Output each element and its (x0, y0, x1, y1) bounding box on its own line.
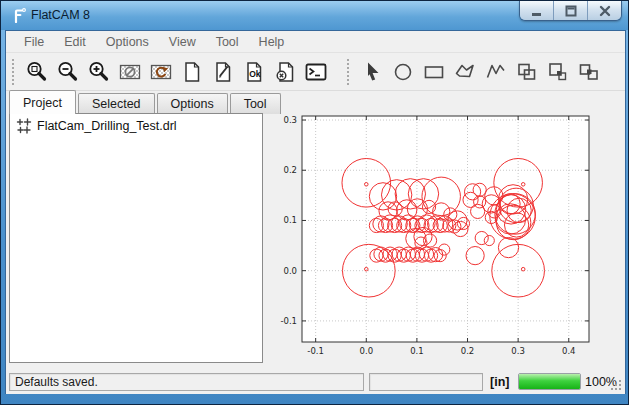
drill-object-icon (16, 118, 32, 134)
copy-geometry-icon (577, 60, 601, 84)
svg-text:0.2: 0.2 (461, 346, 475, 356)
titlebar[interactable]: FlatCAM 8 (1, 1, 628, 30)
svg-text:0.4: 0.4 (562, 346, 576, 356)
menu-options[interactable]: Options (96, 32, 159, 52)
tabbar: Project Selected Options Tool (9, 91, 283, 114)
replot-button[interactable] (145, 56, 176, 88)
svg-text:0.1: 0.1 (410, 346, 424, 356)
project-tree[interactable]: FlatCam_Drilling_Test.drl (9, 113, 263, 363)
replot-icon (149, 60, 173, 84)
zoom-fit-icon (25, 60, 49, 84)
menu-view[interactable]: View (159, 32, 206, 52)
edit-file-icon (211, 60, 235, 84)
svg-text:0.3: 0.3 (283, 115, 297, 125)
menu-edit[interactable]: Edit (54, 32, 96, 52)
path-tool-icon (484, 60, 508, 84)
copy-geometry-button[interactable] (573, 56, 604, 88)
union-tool-icon (515, 60, 539, 84)
tab-project[interactable]: Project (9, 90, 76, 114)
draw-circle-button[interactable] (387, 56, 418, 88)
zoom-in-icon (87, 60, 111, 84)
polygon-tool-icon (453, 60, 477, 84)
svg-text:0.1: 0.1 (283, 215, 297, 225)
status-message: Defaults saved. (15, 375, 98, 389)
plot-svg: -0.10.00.10.20.30.4-0.10.00.10.20.3 (267, 96, 623, 368)
new-file-icon (180, 60, 204, 84)
shell-icon (304, 60, 328, 84)
flatcam-logo-icon (11, 7, 27, 23)
tree-item-label: FlatCam_Drilling_Test.drl (37, 119, 177, 133)
svg-text:-0.1: -0.1 (280, 316, 297, 326)
menu-tool[interactable]: Tool (206, 32, 249, 52)
tab-options[interactable]: Options (157, 93, 228, 114)
rectangle-tool-icon (422, 60, 446, 84)
zoom-out-icon (56, 60, 80, 84)
maximize-icon (565, 5, 577, 17)
tab-selected[interactable]: Selected (78, 93, 155, 114)
zoom-fit-button[interactable] (21, 56, 52, 88)
toolbar-drag-handle-2[interactable] (347, 59, 353, 85)
progress-bar (518, 373, 581, 390)
svg-text:0.3: 0.3 (511, 346, 525, 356)
zoom-in-button[interactable] (83, 56, 114, 88)
statusbar: Defaults saved. [in] 100% (6, 369, 625, 394)
copy-objects-icon (546, 60, 570, 84)
clear-plot-icon (118, 60, 142, 84)
polygon-union-button[interactable] (511, 56, 542, 88)
ok-file-icon: Ok (242, 60, 266, 84)
plot-canvas[interactable]: -0.10.00.10.20.30.4-0.10.00.10.20.3 (267, 96, 623, 368)
svg-text:0.2: 0.2 (283, 165, 297, 175)
close-icon (599, 5, 611, 17)
menu-file[interactable]: File (14, 32, 54, 52)
close-button[interactable] (588, 1, 621, 20)
tree-item-drill-object[interactable]: FlatCam_Drilling_Test.drl (10, 114, 262, 136)
apply-ok-button[interactable]: Ok (238, 56, 269, 88)
svg-text:-0.1: -0.1 (307, 346, 324, 356)
copy-objects-button[interactable] (542, 56, 573, 88)
menubar: File Edit Options View Tool Help (6, 31, 625, 53)
delete-object-button[interactable] (269, 56, 300, 88)
flatcam-window: FlatCAM 8 File Edit Options View Tool He… (0, 0, 629, 405)
minimize-icon (531, 5, 543, 17)
draw-path-button[interactable] (480, 56, 511, 88)
draw-select-button[interactable] (356, 56, 387, 88)
new-project-button[interactable] (176, 56, 207, 88)
svg-text:Ok: Ok (249, 69, 261, 79)
svg-text:0.0: 0.0 (360, 346, 374, 356)
minimize-button[interactable] (520, 1, 554, 20)
toolbar-drag-handle[interactable] (12, 59, 18, 85)
draw-rectangle-button[interactable] (418, 56, 449, 88)
resize-grip[interactable] (611, 380, 622, 391)
maximize-button[interactable] (554, 1, 588, 20)
clear-plot-button[interactable] (114, 56, 145, 88)
toolbar: Ok (6, 53, 625, 91)
delete-file-icon (273, 60, 297, 84)
svg-text:0.0: 0.0 (283, 266, 297, 276)
window-title: FlatCAM 8 (31, 8, 90, 22)
window-controls (519, 1, 622, 21)
menu-help[interactable]: Help (249, 32, 295, 52)
status-message-panel: Defaults saved. (9, 373, 364, 391)
shell-button[interactable] (300, 56, 331, 88)
zoom-out-button[interactable] (52, 56, 83, 88)
circle-tool-icon (391, 60, 415, 84)
progress-fill (519, 374, 580, 389)
draw-polygon-button[interactable] (449, 56, 480, 88)
status-secondary-panel (369, 373, 483, 391)
select-arrow-icon (360, 60, 384, 84)
edit-object-button[interactable] (207, 56, 238, 88)
units-label: [in] (490, 375, 509, 389)
